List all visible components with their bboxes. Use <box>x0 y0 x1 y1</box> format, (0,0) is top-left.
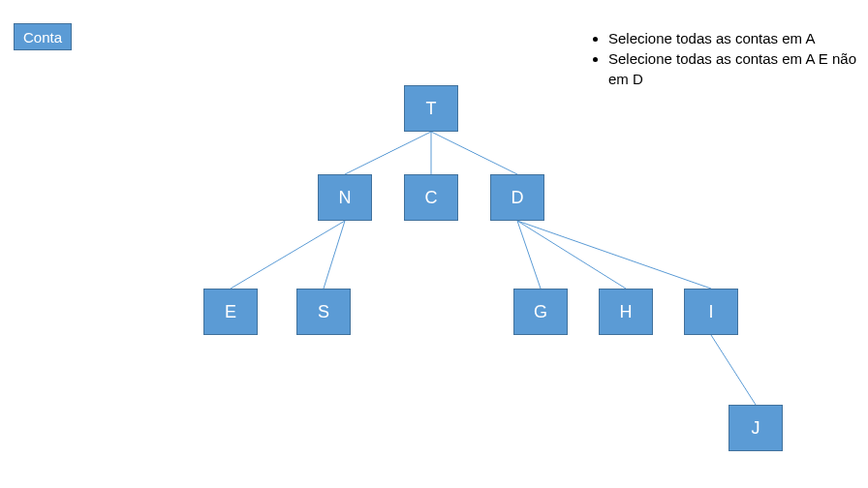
node-g: G <box>513 289 568 335</box>
node-label: C <box>425 188 438 208</box>
edge-n-s <box>324 221 345 289</box>
edge-t-n <box>345 132 431 174</box>
edge-d-i <box>517 221 711 289</box>
node-e: E <box>203 289 258 335</box>
instruction-item-1: Selecione todas as contas em A <box>608 28 860 48</box>
instruction-item-2: Selecione todas as contas em A E não em … <box>608 48 860 89</box>
node-s: S <box>296 289 351 335</box>
node-label: N <box>339 188 352 208</box>
node-d: D <box>490 174 544 221</box>
edge-d-h <box>517 221 626 289</box>
conta-tag: Conta <box>14 23 72 50</box>
edge-i-j <box>711 335 756 405</box>
node-label: J <box>752 418 760 439</box>
edge-n-e <box>231 221 345 289</box>
node-i: I <box>684 289 738 335</box>
node-label: I <box>708 302 713 322</box>
node-n: N <box>318 174 372 221</box>
node-label: E <box>225 302 236 322</box>
node-label: G <box>534 302 547 322</box>
instruction-list: Selecione todas as contas em A Selecione… <box>589 28 860 89</box>
node-t: T <box>404 85 458 132</box>
node-j: J <box>728 405 783 451</box>
node-label: H <box>620 302 633 322</box>
conta-tag-label: Conta <box>23 29 62 46</box>
edge-t-d <box>431 132 517 174</box>
diagram-stage: Conta Selecione todas as contas em A Sel… <box>0 0 868 488</box>
node-label: T <box>426 99 437 119</box>
node-c: C <box>404 174 458 221</box>
node-label: S <box>318 302 329 322</box>
edge-d-g <box>517 221 541 289</box>
node-label: D <box>512 188 524 208</box>
node-h: H <box>599 289 653 335</box>
